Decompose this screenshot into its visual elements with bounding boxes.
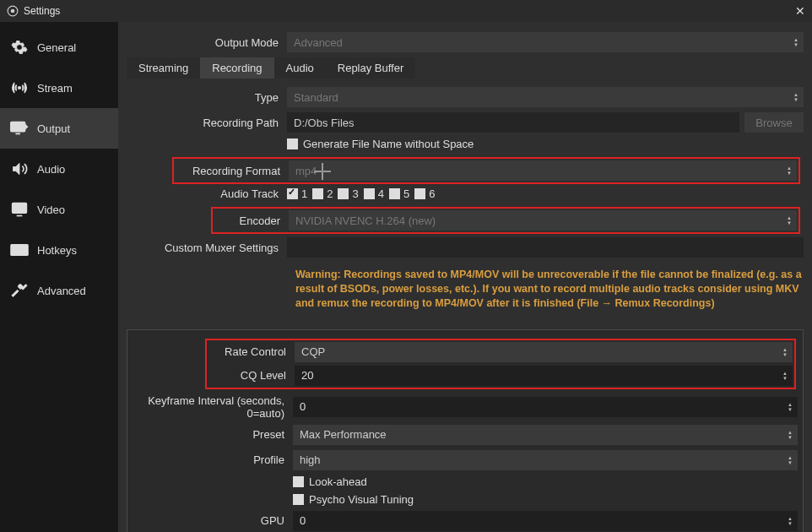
sidebar-item-video[interactable]: Video bbox=[0, 189, 118, 230]
recording-format-label: Recording Format bbox=[176, 165, 289, 177]
lookahead-checkbox[interactable]: Look-ahead bbox=[293, 475, 367, 488]
sidebar-item-label: Video bbox=[37, 204, 65, 216]
checkbox-icon bbox=[293, 476, 304, 487]
keyframe-input[interactable]: 0 ▲▼ bbox=[293, 397, 798, 417]
chevron-updown-icon: ▲▼ bbox=[790, 89, 802, 106]
titlebar: Settings ✕ bbox=[0, 0, 812, 22]
recording-path-label: Recording Path bbox=[127, 117, 287, 129]
sidebar-item-general[interactable]: General bbox=[0, 27, 118, 68]
sidebar-item-output[interactable]: Output bbox=[0, 108, 118, 149]
psycho-visual-checkbox[interactable]: Psycho Visual Tuning bbox=[293, 493, 414, 506]
output-mode-label: Output Mode bbox=[127, 36, 287, 49]
spin-updown-icon[interactable]: ▲▼ bbox=[779, 367, 791, 384]
output-mode-dropdown[interactable]: Advanced ▲▼ bbox=[287, 32, 804, 52]
muxer-label: Custom Muxer Settings bbox=[127, 242, 287, 254]
sidebar-item-label: Audio bbox=[37, 163, 65, 176]
type-dropdown[interactable]: Standard ▲▼ bbox=[287, 87, 804, 107]
checkbox-icon bbox=[293, 494, 304, 505]
svg-rect-7 bbox=[11, 245, 28, 256]
preset-dropdown[interactable]: Max Performance ▲▼ bbox=[293, 425, 798, 445]
profile-value: high bbox=[300, 453, 321, 466]
checkbox-icon bbox=[389, 188, 400, 199]
chevron-updown-icon: ▲▼ bbox=[790, 34, 802, 51]
broadcast-icon bbox=[10, 79, 29, 97]
psycho-visual-label: Psycho Visual Tuning bbox=[309, 493, 414, 506]
output-tabs: Streaming Recording Audio Replay Buffer bbox=[127, 57, 804, 79]
window-title: Settings bbox=[24, 5, 60, 17]
audio-track-1[interactable]: 1 bbox=[287, 187, 307, 200]
encoder-dropdown[interactable]: NVIDIA NVENC H.264 (new) ▲▼ bbox=[289, 210, 797, 231]
svg-point-1 bbox=[11, 9, 15, 14]
preset-value: Max Performance bbox=[300, 428, 387, 441]
svg-point-2 bbox=[19, 87, 21, 90]
recording-format-value: mp4 bbox=[295, 165, 317, 177]
audio-track-4[interactable]: 4 bbox=[364, 187, 384, 200]
chevron-updown-icon: ▲▼ bbox=[784, 426, 796, 443]
chevron-updown-icon: ▲▼ bbox=[783, 162, 795, 179]
close-icon[interactable]: ✕ bbox=[795, 4, 805, 18]
cq-level-input[interactable]: 20 ▲▼ bbox=[295, 366, 793, 386]
audio-track-label: Audio Track bbox=[127, 187, 287, 200]
audio-tracks: 1 2 3 4 5 6 bbox=[287, 187, 804, 200]
tab-recording[interactable]: Recording bbox=[200, 57, 273, 79]
speaker-icon bbox=[10, 160, 29, 178]
tab-audio[interactable]: Audio bbox=[274, 57, 326, 79]
checkbox-icon bbox=[287, 138, 298, 149]
gpu-value: 0 bbox=[300, 514, 306, 527]
checkbox-icon bbox=[414, 188, 425, 199]
recording-format-dropdown[interactable]: mp4 ▲▼ bbox=[289, 160, 797, 181]
encoder-settings-panel: Rate Control CQP ▲▼ CQ Level 20 ▲▼ bbox=[127, 329, 804, 532]
audio-track-3[interactable]: 3 bbox=[338, 187, 358, 200]
sidebar-item-label: Hotkeys bbox=[37, 244, 77, 257]
generate-filename-checkbox[interactable]: Generate File Name without Space bbox=[287, 138, 474, 150]
sidebar-item-label: Stream bbox=[37, 82, 73, 95]
recording-path-value: D:/Obs Files bbox=[294, 117, 355, 129]
cq-level-label: CQ Level bbox=[208, 369, 295, 382]
sidebar-item-label: Advanced bbox=[37, 285, 86, 297]
chevron-updown-icon: ▲▼ bbox=[779, 344, 791, 361]
preset-label: Preset bbox=[133, 428, 293, 441]
keyframe-label: Keyframe Interval (seconds, 0=auto) bbox=[133, 394, 293, 420]
profile-dropdown[interactable]: high ▲▼ bbox=[293, 450, 798, 470]
muxer-input[interactable] bbox=[287, 237, 804, 258]
sidebar-item-advanced[interactable]: Advanced bbox=[0, 270, 118, 311]
encoder-label: Encoder bbox=[214, 214, 289, 227]
rate-control-value: CQP bbox=[301, 345, 325, 358]
chevron-updown-icon: ▲▼ bbox=[784, 452, 796, 469]
monitor-icon bbox=[10, 200, 29, 219]
settings-sidebar: General Stream Output Audio Video Hotkey… bbox=[0, 22, 118, 532]
gear-icon bbox=[10, 38, 29, 57]
type-label: Type bbox=[127, 91, 287, 104]
sidebar-item-label: Output bbox=[37, 122, 70, 135]
type-value: Standard bbox=[294, 91, 338, 104]
audio-track-2[interactable]: 2 bbox=[312, 187, 333, 200]
keyframe-value: 0 bbox=[300, 400, 306, 413]
app-logo-icon bbox=[7, 5, 19, 17]
spin-updown-icon[interactable]: ▲▼ bbox=[784, 399, 796, 415]
svg-rect-5 bbox=[13, 204, 27, 214]
spin-updown-icon[interactable]: ▲▼ bbox=[784, 513, 796, 529]
sidebar-item-stream[interactable]: Stream bbox=[0, 68, 118, 108]
gpu-label: GPU bbox=[133, 514, 293, 527]
gpu-input[interactable]: 0 ▲▼ bbox=[293, 511, 798, 531]
keyboard-icon bbox=[10, 241, 29, 259]
cq-level-value: 20 bbox=[301, 369, 313, 382]
lookahead-label: Look-ahead bbox=[309, 475, 367, 488]
tab-streaming[interactable]: Streaming bbox=[127, 57, 200, 79]
profile-label: Profile bbox=[133, 453, 293, 466]
recording-path-input[interactable]: D:/Obs Files bbox=[287, 112, 739, 133]
encoder-value: NVIDIA NVENC H.264 (new) bbox=[295, 214, 436, 227]
browse-button[interactable]: Browse bbox=[744, 112, 804, 133]
rate-control-dropdown[interactable]: CQP ▲▼ bbox=[295, 342, 793, 362]
tab-replay-buffer[interactable]: Replay Buffer bbox=[326, 57, 416, 79]
checkbox-icon bbox=[364, 188, 375, 199]
audio-track-6[interactable]: 6 bbox=[414, 187, 435, 200]
checkbox-icon bbox=[338, 188, 349, 199]
sidebar-item-audio[interactable]: Audio bbox=[0, 149, 118, 189]
output-mode-value: Advanced bbox=[294, 36, 343, 49]
checkbox-icon bbox=[287, 188, 298, 199]
checkbox-icon bbox=[312, 188, 323, 199]
monitor-arrow-icon bbox=[10, 119, 29, 138]
sidebar-item-hotkeys[interactable]: Hotkeys bbox=[0, 230, 118, 270]
audio-track-5[interactable]: 5 bbox=[389, 187, 409, 200]
